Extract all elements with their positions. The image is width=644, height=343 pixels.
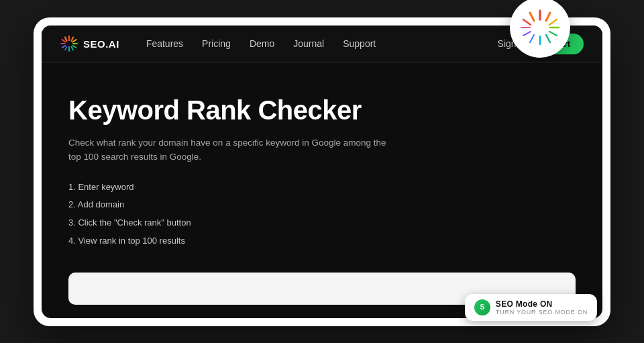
nav-links: Features Pricing Demo Journal Support xyxy=(146,38,498,49)
svg-line-20 xyxy=(62,46,66,48)
monitor-wrapper: SEO.AI Features Pricing Demo Journal Sup… xyxy=(34,17,610,326)
svg-line-19 xyxy=(65,47,67,50)
step-4: 4. View rank in top 100 results xyxy=(68,234,576,248)
nav-demo[interactable]: Demo xyxy=(250,38,274,49)
main-content: Keyword Rank Checker Check what rank you… xyxy=(42,63,602,273)
svg-line-4 xyxy=(549,32,557,36)
nav-features[interactable]: Features xyxy=(146,38,183,49)
svg-line-8 xyxy=(523,32,531,36)
sunburst-icon xyxy=(520,7,560,48)
svg-line-10 xyxy=(523,19,531,25)
svg-line-5 xyxy=(546,35,550,42)
svg-line-14 xyxy=(73,40,76,42)
nav-support[interactable]: Support xyxy=(343,38,376,49)
svg-line-1 xyxy=(546,13,550,21)
nav-journal[interactable]: Journal xyxy=(293,38,324,49)
seo-badge-sub-text: TURN YOUR SEO MODE ON xyxy=(496,309,588,315)
svg-line-17 xyxy=(72,47,74,50)
svg-line-13 xyxy=(72,38,74,42)
seo-mode-badge[interactable]: S SEO Mode ON TURN YOUR SEO MODE ON xyxy=(465,294,597,321)
seo-badge-main-text: SEO Mode ON xyxy=(496,299,588,309)
seo-badge-icon: S xyxy=(474,299,490,315)
floating-logo-circle xyxy=(510,0,570,58)
page-title: Keyword Rank Checker xyxy=(68,95,576,125)
step-1: 1. Enter keyword xyxy=(68,181,576,195)
steps-list: 1. Enter keyword 2. Add domain 3. Click … xyxy=(68,181,576,248)
svg-line-7 xyxy=(530,35,534,42)
monitor-frame: SEO.AI Features Pricing Demo Journal Sup… xyxy=(34,17,610,326)
logo-text: SEO.AI xyxy=(83,38,119,50)
logo-icon xyxy=(60,35,78,52)
svg-line-11 xyxy=(530,13,534,21)
svg-line-22 xyxy=(62,40,66,42)
screen: SEO.AI Features Pricing Demo Journal Sup… xyxy=(42,26,602,318)
seo-badge-text: SEO Mode ON TURN YOUR SEO MODE ON xyxy=(496,299,588,315)
svg-line-23 xyxy=(65,38,67,42)
svg-line-2 xyxy=(549,19,557,25)
step-2: 2. Add domain xyxy=(68,198,576,212)
logo[interactable]: SEO.AI xyxy=(60,35,119,52)
page-subtitle: Check what rank your domain have on a sp… xyxy=(68,136,390,164)
svg-line-16 xyxy=(73,46,76,48)
nav-pricing[interactable]: Pricing xyxy=(202,38,231,49)
step-3: 3. Click the "Check rank" button xyxy=(68,216,576,230)
